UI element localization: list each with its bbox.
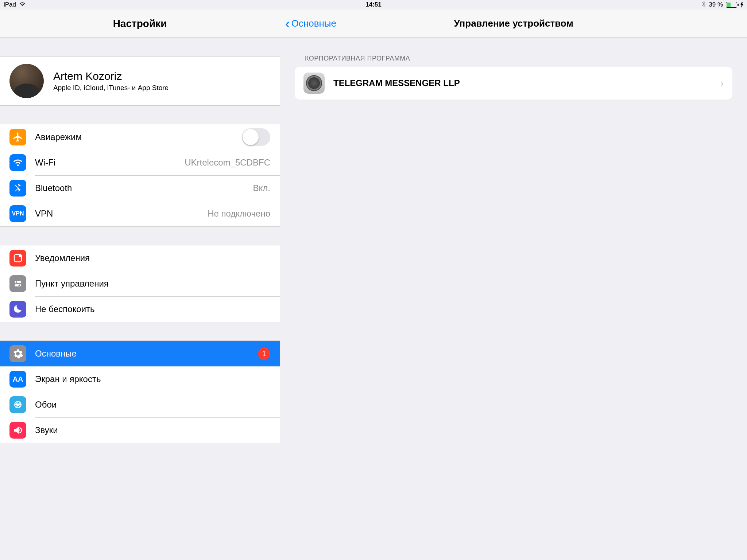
battery-pct: 39 % [709,1,723,8]
sounds-label: Звуки [35,425,270,435]
bluetooth-label: Bluetooth [35,183,253,193]
apple-id-cell[interactable]: Artem Kozoriz Apple ID, iCloud, iTunes- … [0,56,280,106]
detail-title: Управление устройством [454,18,573,29]
wifi-value: UKrtelecom_5CDBFC [185,158,270,168]
sidebar-title: Настройки [113,18,167,30]
general-icon [9,345,26,362]
display-label: Экран и яркость [35,374,270,384]
general-badge: 1 [258,347,270,360]
svg-rect-2 [738,4,739,6]
profile-name: TELEGRAM MESSENGER LLP [333,78,712,88]
account-name: Artem Kozoriz [53,70,169,82]
wifi-status-icon [19,1,26,8]
bluetooth-status-icon [701,1,706,9]
vpn-value: Не подключено [208,209,270,219]
wallpaper-label: Обои [35,400,270,410]
dnd-icon [9,301,26,318]
svg-point-8 [19,284,20,286]
sidebar-item-dnd[interactable]: Не беспокоить [0,296,280,322]
detail-header: ‹ Основные Управление устройством [280,9,747,38]
chevron-left-icon: ‹ [285,17,290,31]
sidebar-item-wallpaper[interactable]: Обои [0,392,280,417]
vpn-icon: VPN [9,205,26,222]
chevron-right-icon: › [720,77,724,89]
sidebar-item-vpn[interactable]: VPN VPN Не подключено [0,201,280,226]
back-label: Основные [291,18,336,29]
clock: 14:51 [365,1,381,8]
status-bar: iPad 14:51 39 % [0,0,747,9]
wifi-icon [9,154,26,171]
svg-rect-6 [15,284,21,286]
sidebar-item-control-center[interactable]: Пункт управления [0,271,280,296]
back-button[interactable]: ‹ Основные [285,9,336,38]
sidebar-item-airplane[interactable]: Авиарежим [0,124,280,150]
sidebar-item-display[interactable]: AA Экран и яркость [0,366,280,392]
sidebar-item-sounds[interactable]: Звуки [0,417,280,443]
sidebar-header: Настройки [0,9,280,38]
sidebar-item-wifi[interactable]: Wi-Fi UKrtelecom_5CDBFC [0,150,280,175]
general-label: Основные [35,349,258,359]
section-header: Корпоративная программа [305,55,732,62]
battery-icon [726,2,743,8]
sidebar-item-notifications[interactable]: Уведомления [0,245,280,271]
svg-rect-1 [727,3,731,7]
detail-pane: ‹ Основные Управление устройством Корпор… [280,9,747,560]
airplane-icon [9,129,26,145]
sidebar-item-bluetooth[interactable]: Bluetooth Вкл. [0,175,280,201]
wifi-label: Wi-Fi [35,158,185,168]
sidebar-item-general[interactable]: Основные 1 [0,341,280,366]
vpn-label: VPN [35,209,208,219]
airplane-label: Авиарежим [35,132,242,142]
display-icon: AA [9,371,26,388]
account-subtitle: Apple ID, iCloud, iTunes- и App Store [53,84,169,92]
bluetooth-value: Вкл. [253,183,270,193]
svg-rect-5 [15,281,21,283]
avatar [9,64,44,98]
notifications-label: Уведомления [35,253,270,263]
profile-row[interactable]: TELEGRAM MESSENGER LLP › [295,67,732,100]
notifications-icon [9,250,26,267]
svg-point-4 [19,254,22,257]
airplane-switch[interactable] [242,128,270,146]
wallpaper-icon [9,396,26,413]
svg-point-7 [16,281,18,283]
sounds-icon [9,422,26,439]
control-center-icon [9,275,26,292]
settings-sidebar: Настройки Artem Kozoriz Apple ID, iCloud… [0,9,280,560]
dnd-label: Не беспокоить [35,304,270,314]
control-center-label: Пункт управления [35,279,270,289]
profile-app-icon [303,73,325,94]
bluetooth-icon [9,180,26,197]
device-label: iPad [4,1,16,8]
